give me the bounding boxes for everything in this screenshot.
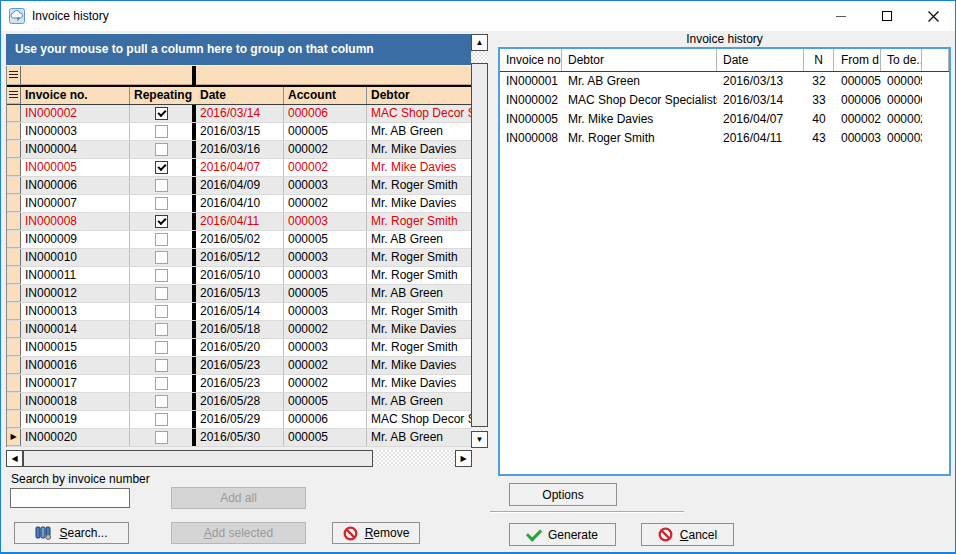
row-selector-cell[interactable] bbox=[7, 357, 21, 374]
column-header-repeating[interactable]: Repeating bbox=[130, 87, 192, 104]
repeating-cell[interactable] bbox=[130, 195, 192, 212]
debtor-cell[interactable]: Mr. Mike Davies bbox=[367, 321, 471, 338]
list-header-n[interactable]: N bbox=[804, 49, 834, 71]
scroll-left-button[interactable]: ◀ bbox=[6, 450, 23, 467]
row-selector-cell[interactable] bbox=[7, 141, 21, 158]
invoice-row[interactable]: IN0000152016/05/20000003Mr. Roger Smith bbox=[7, 339, 471, 357]
date-cell[interactable]: 2016/05/02 bbox=[196, 231, 284, 248]
invoice-row[interactable]: IN0000192016/05/29000006MAC Shop Decor S… bbox=[7, 411, 471, 429]
account-cell[interactable]: 000003 bbox=[284, 303, 367, 320]
invoice-row[interactable]: IN0000052016/04/07000002Mr. Mike Davies bbox=[7, 159, 471, 177]
repeating-checkbox[interactable] bbox=[155, 197, 168, 210]
debtor-cell[interactable]: Mr. Roger Smith bbox=[367, 177, 471, 194]
invoice-no-cell[interactable]: IN000012 bbox=[21, 285, 130, 302]
row-selector-cell[interactable] bbox=[7, 267, 21, 284]
repeating-cell[interactable] bbox=[130, 177, 192, 194]
invoice-row[interactable]: IN0000162016/05/23000002Mr. Mike Davies bbox=[7, 357, 471, 375]
repeating-checkbox[interactable] bbox=[155, 215, 168, 228]
account-cell[interactable]: 000006 bbox=[284, 411, 367, 428]
column-header-account[interactable]: Account bbox=[284, 87, 367, 104]
invoice-row[interactable]: IN0000072016/04/10000002Mr. Mike Davies bbox=[7, 195, 471, 213]
account-cell[interactable]: 000002 bbox=[284, 195, 367, 212]
row-selector-cell[interactable] bbox=[7, 375, 21, 392]
invoice-no-cell[interactable]: IN000003 bbox=[21, 123, 130, 140]
scroll-down-button[interactable]: ▼ bbox=[471, 431, 488, 448]
account-cell[interactable]: 000002 bbox=[284, 141, 367, 158]
group-by-bar[interactable]: Use your mouse to pull a column here to … bbox=[6, 34, 471, 65]
repeating-checkbox[interactable] bbox=[155, 287, 168, 300]
invoice-row[interactable]: IN0000182016/05/28000005Mr. AB Green bbox=[7, 393, 471, 411]
scroll-right-button[interactable]: ▶ bbox=[455, 450, 472, 467]
repeating-cell[interactable] bbox=[130, 429, 192, 446]
account-cell[interactable]: 000003 bbox=[284, 339, 367, 356]
invoice-no-cell[interactable]: IN000020 bbox=[21, 429, 130, 446]
date-cell[interactable]: 2016/05/28 bbox=[196, 393, 284, 410]
repeating-checkbox[interactable] bbox=[155, 179, 168, 192]
debtor-cell[interactable]: MAC Shop Decor Spe bbox=[367, 411, 471, 428]
history-row[interactable]: IN000001Mr. AB Green2016/03/133200000500… bbox=[500, 72, 949, 91]
invoice-no-cell[interactable]: IN000019 bbox=[21, 411, 130, 428]
row-selector-cell[interactable] bbox=[7, 303, 21, 320]
account-cell[interactable]: 000002 bbox=[284, 159, 367, 176]
row-selector-cell[interactable]: ▶ bbox=[7, 429, 21, 446]
list-header-to[interactable]: To de... bbox=[881, 49, 922, 71]
date-cell[interactable]: 2016/04/09 bbox=[196, 177, 284, 194]
search-button[interactable]: Search... bbox=[14, 522, 129, 544]
row-selector-cell[interactable] bbox=[7, 339, 21, 356]
repeating-cell[interactable] bbox=[130, 357, 192, 374]
invoice-no-cell[interactable]: IN000016 bbox=[21, 357, 130, 374]
add-selected-button[interactable]: Add selected bbox=[171, 522, 306, 544]
repeating-cell[interactable] bbox=[130, 231, 192, 248]
column-header-debtor[interactable]: Debtor bbox=[367, 87, 471, 104]
invoice-no-cell[interactable]: IN000006 bbox=[21, 177, 130, 194]
row-selector-cell[interactable] bbox=[7, 105, 21, 122]
repeating-checkbox[interactable] bbox=[155, 341, 168, 354]
account-cell[interactable]: 000006 bbox=[284, 105, 367, 122]
row-selector-cell[interactable] bbox=[7, 285, 21, 302]
repeating-checkbox[interactable] bbox=[155, 413, 168, 426]
invoice-no-cell[interactable]: IN000007 bbox=[21, 195, 130, 212]
debtor-cell[interactable]: Mr. AB Green bbox=[367, 429, 471, 446]
row-selector-cell[interactable] bbox=[7, 177, 21, 194]
account-cell[interactable]: 000005 bbox=[284, 285, 367, 302]
scrollbar-thumb[interactable] bbox=[471, 63, 488, 427]
repeating-cell[interactable] bbox=[130, 285, 192, 302]
invoice-row[interactable]: IN0000062016/04/09000003Mr. Roger Smith bbox=[7, 177, 471, 195]
debtor-cell[interactable]: MAC Shop Decor Spe bbox=[367, 105, 471, 122]
invoice-no-cell[interactable]: IN000014 bbox=[21, 321, 130, 338]
debtor-cell[interactable]: Mr. Roger Smith bbox=[367, 303, 471, 320]
maximize-button[interactable] bbox=[864, 1, 910, 31]
account-cell[interactable]: 000002 bbox=[284, 321, 367, 338]
minimize-button[interactable] bbox=[818, 1, 864, 31]
list-header-debtor[interactable]: Debtor bbox=[562, 49, 717, 71]
row-selector-cell[interactable] bbox=[7, 123, 21, 140]
repeating-checkbox[interactable] bbox=[155, 395, 168, 408]
list-header-invoice-no[interactable]: Invoice no. bbox=[500, 49, 562, 71]
row-selector-cell[interactable] bbox=[7, 159, 21, 176]
repeating-checkbox[interactable] bbox=[155, 377, 168, 390]
invoice-history-list[interactable]: Invoice no. Debtor Date N From d... To d… bbox=[498, 47, 951, 476]
invoice-row[interactable]: IN0000082016/04/11000003Mr. Roger Smith bbox=[7, 213, 471, 231]
invoice-row[interactable]: IN0000142016/05/18000002Mr. Mike Davies bbox=[7, 321, 471, 339]
invoice-row[interactable]: IN0000122016/05/13000005Mr. AB Green bbox=[7, 285, 471, 303]
debtor-cell[interactable]: Mr. Roger Smith bbox=[367, 339, 471, 356]
row-selector-cell[interactable] bbox=[7, 231, 21, 248]
row-selector-cell[interactable] bbox=[7, 411, 21, 428]
date-cell[interactable]: 2016/05/29 bbox=[196, 411, 284, 428]
repeating-checkbox[interactable] bbox=[155, 143, 168, 156]
repeating-cell[interactable] bbox=[130, 249, 192, 266]
invoice-no-cell[interactable]: IN000004 bbox=[21, 141, 130, 158]
repeating-checkbox[interactable] bbox=[155, 251, 168, 264]
invoice-no-cell[interactable]: IN000005 bbox=[21, 159, 130, 176]
generate-button[interactable]: Generate bbox=[509, 523, 616, 546]
horizontal-scrollbar[interactable]: ◀ ▶ bbox=[6, 450, 472, 467]
invoice-row[interactable]: IN0000112016/05/10000003Mr. Roger Smith bbox=[7, 267, 471, 285]
date-cell[interactable]: 2016/05/23 bbox=[196, 375, 284, 392]
history-row[interactable]: IN000008Mr. Roger Smith2016/04/114300000… bbox=[500, 129, 949, 148]
repeating-cell[interactable] bbox=[130, 213, 192, 230]
invoice-row[interactable]: ▶IN0000202016/05/30000005Mr. AB Green bbox=[7, 429, 471, 447]
debtor-cell[interactable]: Mr. Roger Smith bbox=[367, 213, 471, 230]
repeating-cell[interactable] bbox=[130, 105, 192, 122]
debtor-cell[interactable]: Mr. Mike Davies bbox=[367, 159, 471, 176]
repeating-checkbox[interactable] bbox=[155, 431, 168, 444]
